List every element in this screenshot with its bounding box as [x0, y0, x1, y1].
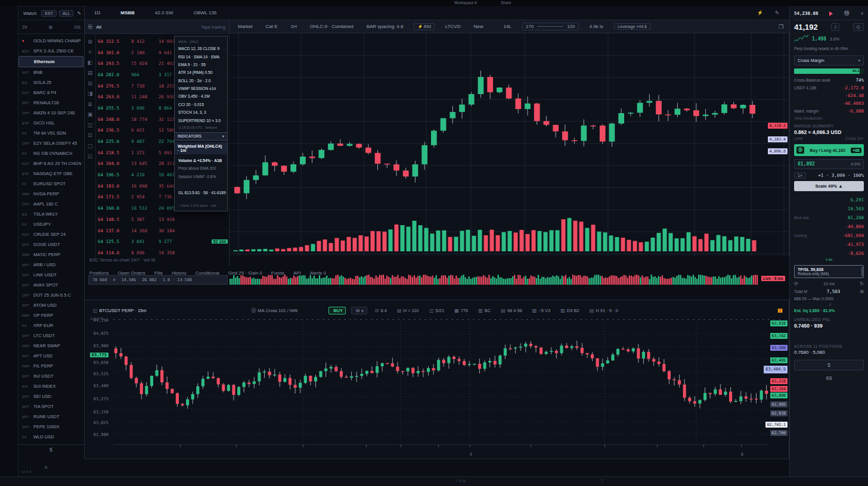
bid-row[interactable]: -8,026 — [794, 249, 864, 258]
menu-item[interactable]: BOLL 20 · 2σ · 2.0 — [175, 77, 227, 85]
watchlist-footer-2[interactable]: 6 — [45, 465, 47, 470]
watchlist-item[interactable]: PRP MATIC PERP — [18, 250, 83, 260]
price-badge[interactable]: 4,096.8 — [768, 148, 788, 154]
menu-item[interactable]: VWAP SESSION ±1σ — [175, 85, 227, 92]
rail-tool-icon[interactable]: ≣ — [86, 101, 94, 108]
toolbar-save[interactable]: 4.9k tz — [587, 23, 606, 30]
settings-label[interactable]: GS — [74, 24, 80, 30]
limit-price-box[interactable]: 61,092 4.9% — [794, 159, 864, 169]
count-box[interactable]: 5 — [794, 360, 864, 370]
toolbar-chip[interactable]: ▦ 770 — [452, 307, 470, 314]
price-badge[interactable]: 63,742 — [770, 333, 788, 339]
doc-icon[interactable]: ⎘ — [88, 24, 92, 30]
rail-tool-icon[interactable]: ⊞ — [86, 38, 94, 45]
tab-spread[interactable]: 42.0 SW — [153, 10, 176, 16]
symbol-chip[interactable]: ◱ BTCUSDT PERP · 15m — [91, 307, 148, 314]
menu-gray-item[interactable]: Session VWAP -0.8% — [175, 173, 227, 180]
tape-row[interactable]: 64 125.5 3 841 9 277 52 104 — [98, 236, 228, 247]
price-badge[interactable]: 62,700 — [770, 430, 788, 436]
tab-symbol[interactable]: MSBB — [118, 10, 137, 16]
bell-icon[interactable]: ◇ — [853, 23, 864, 31]
edit-pencil-icon[interactable]: ✎ — [77, 11, 81, 16]
rail-tool-icon[interactable]: ≡ — [86, 48, 94, 55]
toolbar-new[interactable]: New — [471, 23, 485, 30]
toolbar-chip[interactable]: M ∨ — [351, 307, 367, 314]
price-badge[interactable]: 62,742.1 — [765, 422, 788, 428]
watchlist-item[interactable]: FX USDJPY — [18, 219, 83, 229]
watchlist-item[interactable]: FUT BARC 8 P4 — [18, 88, 83, 98]
ask-row[interactable]: 6,291 — [794, 195, 864, 204]
watchlist-item[interactable]: SPT ARB / USD — [18, 260, 83, 270]
price-badge[interactable]: 63,495 — [770, 357, 788, 363]
menu-selected-item[interactable]: Weighted MA (OHLC4) · 1m — [175, 142, 227, 154]
watchlist-item[interactable]: SPT RUNE USDT — [18, 412, 83, 422]
watchlist-item[interactable]: OPT AMZN 4 10 SEP 24E — [18, 108, 83, 118]
watchlist-item[interactable]: SPT INJ USDT — [18, 371, 83, 381]
account-dropdown[interactable]: Cross Margin ▾ — [794, 55, 864, 66]
watchlist-item[interactable]: PRP NEAR SWAP — [18, 341, 83, 351]
rail-tool-icon[interactable]: ⊡ — [86, 132, 94, 139]
time-axis[interactable]: 5 8 — [113, 444, 769, 457]
watchlist-item[interactable]: SPT PEPE 1000X — [18, 422, 83, 432]
tab-overlay[interactable]: OBWL 135 — [191, 10, 219, 16]
bid-row[interactable]: -49,809 — [794, 222, 864, 231]
est-button[interactable]: EST — [41, 10, 57, 17]
toolbar-chip[interactable]: ◫ 5/21 — [427, 307, 447, 314]
toolbar-ltcvd[interactable]: LTCVD — [443, 23, 463, 30]
watchlist-item[interactable]: SPT SEI USD — [18, 391, 83, 401]
toolbar-chip[interactable]: BUY — [328, 307, 346, 314]
toolbar-interval[interactable]: 1H — [288, 23, 299, 30]
watchlist-item[interactable]: ETF NASDAQ ETF GBE — [18, 169, 83, 179]
watchlist-item[interactable]: SPT DOGE USDT — [18, 239, 83, 250]
watchlist-item[interactable]: PRP OP PERP — [18, 310, 83, 320]
price-badge[interactable]: 63,164 — [770, 386, 788, 392]
pause-icon[interactable]: ▮▮ — [777, 307, 782, 313]
main-candlestick-chart[interactable] — [232, 37, 757, 216]
watchlist-item[interactable]: Ethereum — [18, 56, 83, 67]
watchlist-item[interactable]: EQY SPX 3 JUL 2500 CE — [18, 46, 83, 56]
menu-item[interactable]: CCI 20 · 0.015 — [175, 101, 227, 108]
price-badge[interactable]: 4,103.4 — [768, 136, 788, 142]
rail-tool-icon[interactable]: ◧ — [86, 59, 94, 66]
watchlist-item[interactable]: SPT TIA SPOT — [18, 401, 83, 412]
watchlist-item[interactable]: SPT LINK USDT — [18, 270, 83, 280]
margin-mode-label[interactable]: Cross 10× — [845, 136, 864, 141]
annotate-icon[interactable]: ✎ — [775, 10, 779, 15]
bid-row[interactable]: Iceberg -681,094 — [794, 231, 864, 240]
tape-row[interactable]: 64 137.0 14 260 30 184 — [98, 225, 228, 236]
watchlist-item[interactable]: ▾ GOLD MINING CHAMP — [18, 36, 83, 46]
watchlist-item[interactable]: FX TM 64 V51 SDN — [18, 128, 83, 138]
toolbar-alerts[interactable]: ⚡ 89d — [414, 23, 434, 30]
watchlist-item[interactable]: PRP NVDA PERP — [18, 189, 83, 199]
toolbar-14l[interactable]: 14L — [501, 23, 513, 30]
watchlist-item[interactable]: ETF GICO HSL — [18, 118, 83, 128]
tape-row[interactable]: 64 114.0 8 096 19 358 — [98, 247, 228, 258]
watchlist-item[interactable]: FUT BHP 8 AG 29 TH CHGN — [18, 158, 83, 169]
watchlist-item[interactable]: OPT DOT 25 JUN 6.5 C — [18, 290, 83, 300]
slider-track[interactable] — [537, 26, 563, 27]
menu-range-row[interactable]: GL 613.5-81 · 56 · 41-6189 — [175, 189, 227, 197]
toolbar-chip[interactable]: ▧ ~5 V3 — [530, 307, 553, 314]
toolbar-chip[interactable]: ⊟ 6.4 — [373, 307, 389, 314]
rail-tool-icon[interactable]: ◱ — [86, 152, 94, 160]
scale-button[interactable]: Scale 49% ▲ — [794, 181, 864, 191]
price-badge[interactable]: 63,404.5 — [764, 366, 788, 373]
price-badge[interactable]: 63,580 — [770, 345, 788, 351]
indicator-chip[interactable]: Ⓜ MA Cross 101 / IW6 — [249, 307, 300, 314]
volume-navigator[interactable] — [230, 275, 758, 285]
menu-item[interactable]: STOCH 14, 3, 3 — [175, 108, 227, 116]
toolbar-chip[interactable]: ▤ H = 101 — [395, 307, 421, 314]
watchlist-item[interactable]: PRP FIL PERP — [18, 361, 83, 371]
tape-row[interactable]: 64 148.5 5 387 13 910 — [98, 214, 228, 225]
tpsl-box[interactable]: TP/SL 59,838 Reduce-only (MA) — [794, 265, 864, 278]
menu-bold-row[interactable]: Volume Δ +3.54% · A1B — [175, 157, 227, 164]
menu-item[interactable]: MACD 12, 26 CLOSE 9 — [175, 45, 227, 52]
zoom-slider[interactable]: 170 120 — [522, 23, 579, 30]
qty-stepper[interactable]: 1× +1 · 3,099 · 100% — [794, 172, 864, 179]
rail-tool-icon[interactable]: ◨ — [86, 90, 94, 97]
layout-box-icon[interactable]: ▦ — [48, 25, 52, 30]
ask-row[interactable]: 19,503 — [794, 204, 864, 213]
price-badge[interactable]: 4,118.2 — [768, 123, 788, 129]
page-number[interactable]: 5 — [18, 445, 84, 454]
toolbar-chip[interactable]: ▨ D9 B2 — [558, 307, 581, 314]
